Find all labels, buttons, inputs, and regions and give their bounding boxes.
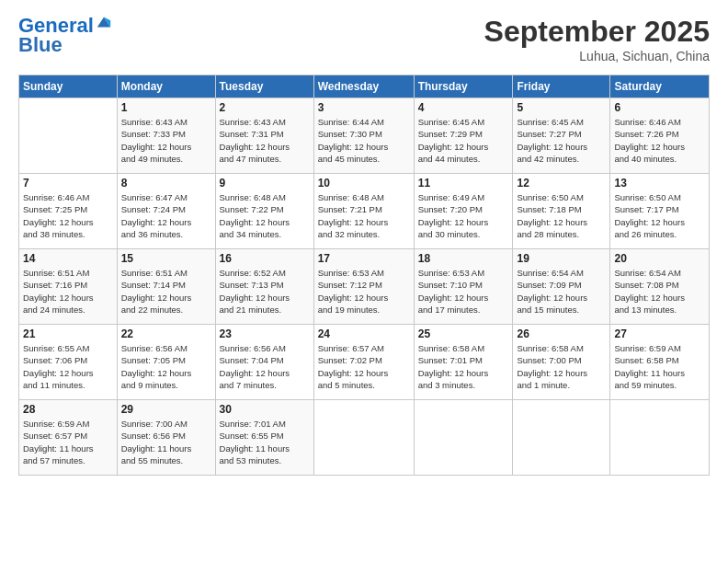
day-info: Sunrise: 6:43 AM Sunset: 7:33 PM Dayligh… bbox=[121, 116, 211, 165]
day-cell: 14Sunrise: 6:51 AM Sunset: 7:16 PM Dayli… bbox=[19, 249, 118, 325]
day-number: 18 bbox=[418, 252, 509, 265]
weekday-row: SundayMondayTuesdayWednesdayThursdayFrid… bbox=[19, 75, 710, 98]
day-cell: 17Sunrise: 6:53 AM Sunset: 7:12 PM Dayli… bbox=[313, 249, 414, 325]
day-info: Sunrise: 6:58 AM Sunset: 7:01 PM Dayligh… bbox=[418, 342, 509, 391]
day-number: 23 bbox=[220, 327, 310, 340]
day-cell: 13Sunrise: 6:50 AM Sunset: 7:17 PM Dayli… bbox=[610, 174, 710, 249]
day-info: Sunrise: 6:48 AM Sunset: 7:21 PM Dayligh… bbox=[318, 191, 410, 240]
day-number: 15 bbox=[121, 252, 211, 265]
day-number: 30 bbox=[220, 403, 310, 416]
day-info: Sunrise: 6:49 AM Sunset: 7:20 PM Dayligh… bbox=[418, 191, 509, 240]
day-cell bbox=[19, 98, 118, 174]
day-info: Sunrise: 6:50 AM Sunset: 7:17 PM Dayligh… bbox=[614, 191, 705, 240]
day-info: Sunrise: 6:59 AM Sunset: 6:58 PM Dayligh… bbox=[614, 342, 705, 391]
day-info: Sunrise: 6:45 AM Sunset: 7:29 PM Dayligh… bbox=[418, 116, 509, 165]
day-cell: 7Sunrise: 6:46 AM Sunset: 7:25 PM Daylig… bbox=[19, 174, 118, 249]
day-info: Sunrise: 6:53 AM Sunset: 7:12 PM Dayligh… bbox=[318, 267, 410, 316]
day-cell: 1Sunrise: 6:43 AM Sunset: 7:33 PM Daylig… bbox=[117, 98, 215, 174]
day-info: Sunrise: 6:52 AM Sunset: 7:13 PM Dayligh… bbox=[220, 267, 310, 316]
day-number: 5 bbox=[517, 101, 606, 114]
day-cell: 6Sunrise: 6:46 AM Sunset: 7:26 PM Daylig… bbox=[610, 98, 710, 174]
day-info: Sunrise: 6:53 AM Sunset: 7:10 PM Dayligh… bbox=[418, 267, 509, 316]
day-number: 21 bbox=[23, 327, 113, 340]
calendar-body: 1Sunrise: 6:43 AM Sunset: 7:33 PM Daylig… bbox=[19, 98, 710, 476]
day-info: Sunrise: 6:59 AM Sunset: 6:57 PM Dayligh… bbox=[23, 418, 113, 466]
day-info: Sunrise: 6:45 AM Sunset: 7:27 PM Dayligh… bbox=[517, 116, 606, 165]
day-cell: 15Sunrise: 6:51 AM Sunset: 7:14 PM Dayli… bbox=[117, 249, 215, 325]
day-number: 14 bbox=[23, 252, 113, 265]
weekday-header-saturday: Saturday bbox=[610, 75, 710, 98]
main-container: General Blue September 2025 Luhua, Sichu… bbox=[0, 0, 728, 485]
day-number: 28 bbox=[23, 403, 113, 416]
day-number: 4 bbox=[418, 101, 509, 114]
location: Luhua, Sichuan, China bbox=[484, 49, 710, 63]
day-info: Sunrise: 6:46 AM Sunset: 7:26 PM Dayligh… bbox=[614, 116, 705, 165]
day-info: Sunrise: 6:56 AM Sunset: 7:04 PM Dayligh… bbox=[220, 342, 310, 391]
day-info: Sunrise: 6:54 AM Sunset: 7:08 PM Dayligh… bbox=[614, 267, 705, 316]
day-cell: 2Sunrise: 6:43 AM Sunset: 7:31 PM Daylig… bbox=[215, 98, 313, 174]
day-cell: 11Sunrise: 6:49 AM Sunset: 7:20 PM Dayli… bbox=[414, 174, 513, 249]
day-number: 29 bbox=[121, 403, 211, 416]
day-cell: 4Sunrise: 6:45 AM Sunset: 7:29 PM Daylig… bbox=[414, 98, 513, 174]
day-cell: 10Sunrise: 6:48 AM Sunset: 7:21 PM Dayli… bbox=[313, 174, 414, 249]
day-cell: 18Sunrise: 6:53 AM Sunset: 7:10 PM Dayli… bbox=[414, 249, 513, 325]
day-cell: 26Sunrise: 6:58 AM Sunset: 7:00 PM Dayli… bbox=[513, 325, 610, 400]
day-info: Sunrise: 6:51 AM Sunset: 7:14 PM Dayligh… bbox=[121, 267, 211, 316]
day-info: Sunrise: 7:00 AM Sunset: 6:56 PM Dayligh… bbox=[121, 418, 211, 466]
day-cell: 28Sunrise: 6:59 AM Sunset: 6:57 PM Dayli… bbox=[19, 400, 118, 476]
weekday-header-thursday: Thursday bbox=[414, 75, 513, 98]
day-number: 11 bbox=[418, 177, 509, 190]
day-number: 20 bbox=[614, 252, 705, 265]
day-number: 24 bbox=[318, 327, 410, 340]
day-number: 6 bbox=[614, 101, 705, 114]
day-number: 1 bbox=[121, 101, 211, 114]
day-number: 25 bbox=[418, 327, 509, 340]
day-info: Sunrise: 6:56 AM Sunset: 7:05 PM Dayligh… bbox=[121, 342, 211, 391]
day-number: 2 bbox=[220, 101, 310, 114]
logo: General Blue bbox=[18, 15, 112, 57]
day-cell: 24Sunrise: 6:57 AM Sunset: 7:02 PM Dayli… bbox=[313, 325, 414, 400]
day-number: 16 bbox=[220, 252, 310, 265]
month-title: September 2025 bbox=[484, 15, 710, 49]
day-info: Sunrise: 6:43 AM Sunset: 7:31 PM Dayligh… bbox=[220, 116, 310, 165]
day-cell: 5Sunrise: 6:45 AM Sunset: 7:27 PM Daylig… bbox=[513, 98, 610, 174]
day-cell: 27Sunrise: 6:59 AM Sunset: 6:58 PM Dayli… bbox=[610, 325, 710, 400]
day-info: Sunrise: 6:44 AM Sunset: 7:30 PM Dayligh… bbox=[318, 116, 410, 165]
week-row-5: 28Sunrise: 6:59 AM Sunset: 6:57 PM Dayli… bbox=[19, 400, 710, 476]
weekday-header-friday: Friday bbox=[513, 75, 610, 98]
day-cell: 8Sunrise: 6:47 AM Sunset: 7:24 PM Daylig… bbox=[117, 174, 215, 249]
day-number: 3 bbox=[318, 101, 410, 114]
logo-icon bbox=[96, 14, 112, 30]
day-number: 10 bbox=[318, 177, 410, 190]
week-row-4: 21Sunrise: 6:55 AM Sunset: 7:06 PM Dayli… bbox=[19, 325, 710, 400]
day-info: Sunrise: 6:50 AM Sunset: 7:18 PM Dayligh… bbox=[517, 191, 606, 240]
day-info: Sunrise: 6:47 AM Sunset: 7:24 PM Dayligh… bbox=[121, 191, 211, 240]
day-info: Sunrise: 6:58 AM Sunset: 7:00 PM Dayligh… bbox=[517, 342, 606, 391]
day-number: 7 bbox=[23, 177, 113, 190]
day-number: 17 bbox=[318, 252, 410, 265]
day-cell bbox=[414, 400, 513, 476]
calendar-header: SundayMondayTuesdayWednesdayThursdayFrid… bbox=[19, 75, 710, 98]
day-cell: 25Sunrise: 6:58 AM Sunset: 7:01 PM Dayli… bbox=[414, 325, 513, 400]
day-info: Sunrise: 6:48 AM Sunset: 7:22 PM Dayligh… bbox=[220, 191, 310, 240]
day-cell bbox=[313, 400, 414, 476]
day-cell: 20Sunrise: 6:54 AM Sunset: 7:08 PM Dayli… bbox=[610, 249, 710, 325]
day-cell: 12Sunrise: 6:50 AM Sunset: 7:18 PM Dayli… bbox=[513, 174, 610, 249]
week-row-2: 7Sunrise: 6:46 AM Sunset: 7:25 PM Daylig… bbox=[19, 174, 710, 249]
day-cell: 3Sunrise: 6:44 AM Sunset: 7:30 PM Daylig… bbox=[313, 98, 414, 174]
day-info: Sunrise: 6:55 AM Sunset: 7:06 PM Dayligh… bbox=[23, 342, 113, 391]
day-number: 26 bbox=[517, 327, 606, 340]
day-number: 8 bbox=[121, 177, 211, 190]
day-cell: 19Sunrise: 6:54 AM Sunset: 7:09 PM Dayli… bbox=[513, 249, 610, 325]
day-number: 27 bbox=[614, 327, 705, 340]
day-info: Sunrise: 6:54 AM Sunset: 7:09 PM Dayligh… bbox=[517, 267, 606, 316]
header: General Blue September 2025 Luhua, Sichu… bbox=[18, 15, 710, 63]
day-number: 12 bbox=[517, 177, 606, 190]
day-cell: 22Sunrise: 6:56 AM Sunset: 7:05 PM Dayli… bbox=[117, 325, 215, 400]
title-area: September 2025 Luhua, Sichuan, China bbox=[484, 15, 710, 63]
day-number: 19 bbox=[517, 252, 606, 265]
calendar-table: SundayMondayTuesdayWednesdayThursdayFrid… bbox=[18, 75, 710, 476]
day-cell: 29Sunrise: 7:00 AM Sunset: 6:56 PM Dayli… bbox=[117, 400, 215, 476]
day-cell: 9Sunrise: 6:48 AM Sunset: 7:22 PM Daylig… bbox=[215, 174, 313, 249]
day-cell: 21Sunrise: 6:55 AM Sunset: 7:06 PM Dayli… bbox=[19, 325, 118, 400]
